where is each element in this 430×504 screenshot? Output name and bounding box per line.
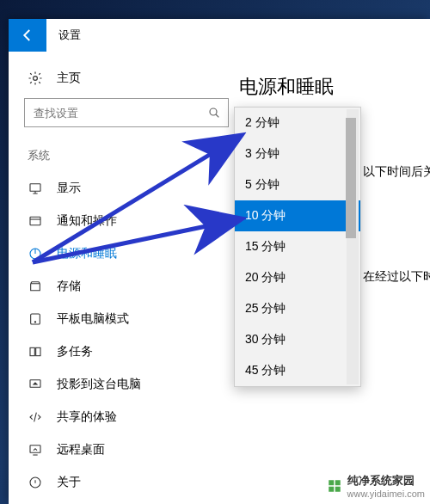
dropdown-option[interactable]: 2 分钟 — [235, 108, 360, 138]
content-area: 主页 系统 显示通知和操作电源和睡眠存储平板电脑模式多任务投影到这台电脑共享的体… — [9, 52, 430, 504]
sidebar-item-label: 通知和操作 — [57, 213, 117, 229]
watermark-brand: 纯净系统家园 — [347, 473, 425, 489]
sidebar-item-9[interactable]: 关于 — [24, 466, 234, 499]
dropdown-option[interactable]: 20 分钟 — [235, 262, 360, 293]
scrollbar-thumb[interactable] — [346, 118, 356, 238]
sidebar-item-label: 共享的体验 — [57, 409, 117, 425]
project-icon — [28, 377, 43, 392]
sidebar: 主页 系统 显示通知和操作电源和睡眠存储平板电脑模式多任务投影到这台电脑共享的体… — [9, 52, 234, 504]
dropdown-option[interactable]: 3 分钟 — [235, 138, 360, 169]
sidebar-item-2[interactable]: 电源和睡眠 — [24, 237, 234, 270]
svg-rect-3 — [30, 217, 40, 224]
svg-rect-7 — [30, 347, 34, 355]
about-icon — [28, 475, 43, 490]
sidebar-item-8[interactable]: 远程桌面 — [24, 433, 234, 466]
window-title: 设置 — [46, 28, 81, 43]
time-dropdown[interactable]: 2 分钟3 分钟5 分钟10 分钟15 分钟20 分钟25 分钟30 分钟45 … — [234, 107, 361, 387]
sidebar-item-label: 关于 — [57, 475, 81, 490]
section-label: 系统 — [28, 148, 234, 163]
sidebar-item-5[interactable]: 多任务 — [24, 335, 234, 368]
sidebar-item-7[interactable]: 共享的体验 — [24, 401, 234, 433]
page-title: 电源和睡眠 — [239, 74, 430, 100]
sidebar-item-label: 平板电脑模式 — [57, 311, 129, 327]
sidebar-item-label: 显示 — [57, 181, 81, 196]
sidebar-item-1[interactable]: 通知和操作 — [24, 205, 234, 237]
display-icon — [28, 181, 43, 196]
main-panel: 电源和睡眠 2 分钟3 分钟5 分钟10 分钟15 分钟20 分钟25 分钟30… — [234, 52, 430, 504]
sidebar-item-4[interactable]: 平板电脑模式 — [24, 303, 234, 335]
dropdown-option[interactable]: 30 分钟 — [235, 324, 360, 355]
home-label: 主页 — [57, 71, 81, 86]
home-link[interactable]: 主页 — [24, 64, 234, 98]
back-button[interactable] — [9, 19, 46, 52]
sidebar-item-0[interactable]: 显示 — [24, 172, 234, 205]
sidebar-item-label: 远程桌面 — [57, 442, 105, 458]
power-icon — [28, 246, 43, 261]
dropdown-option[interactable]: 10 分钟 — [235, 200, 360, 231]
sidebar-item-3[interactable]: 存储 — [24, 270, 234, 303]
dropdown-option[interactable]: 5 分钟 — [235, 169, 360, 200]
titlebar: 设置 — [9, 19, 430, 52]
settings-window: 设置 主页 系统 显示通知和操作电源和睡眠存储平板电脑模式多任务投影到这台电脑共… — [9, 19, 430, 504]
tablet-icon — [28, 311, 43, 327]
sleep-after-label: 在经过以下时间后 — [363, 269, 430, 285]
remote-desktop-icon — [28, 442, 43, 458]
svg-point-0 — [34, 77, 38, 81]
dropdown-scrollbar[interactable] — [347, 109, 359, 384]
watermark-url: www.yidaimei.com — [347, 489, 425, 499]
watermark: 纯净系统家园 www.yidaimei.com — [327, 473, 425, 499]
gear-icon — [28, 71, 43, 86]
dropdown-option[interactable]: 25 分钟 — [235, 293, 360, 324]
svg-rect-8 — [36, 347, 40, 355]
screen-off-label: 以下时间后关闭 — [363, 164, 430, 180]
share-icon — [28, 409, 43, 425]
storage-icon — [28, 279, 43, 294]
svg-point-1 — [210, 108, 217, 115]
notifications-icon — [28, 213, 43, 229]
multitask-icon — [28, 344, 43, 360]
sidebar-item-label: 电源和睡眠 — [57, 246, 117, 261]
sidebar-item-label: 多任务 — [57, 344, 93, 360]
dropdown-option[interactable]: 15 分钟 — [235, 231, 360, 262]
watermark-logo-icon — [327, 478, 342, 494]
dropdown-option[interactable]: 45 分钟 — [235, 355, 360, 386]
search-box[interactable] — [24, 98, 229, 127]
search-input[interactable] — [25, 107, 200, 120]
sidebar-item-label: 存储 — [57, 279, 81, 294]
svg-point-6 — [34, 322, 35, 323]
sidebar-item-6[interactable]: 投影到这台电脑 — [24, 368, 234, 401]
svg-rect-2 — [30, 184, 40, 192]
search-icon — [200, 106, 228, 120]
nav-list: 显示通知和操作电源和睡眠存储平板电脑模式多任务投影到这台电脑共享的体验远程桌面关… — [24, 172, 234, 499]
sidebar-item-label: 投影到这台电脑 — [57, 377, 141, 392]
arrow-left-icon — [20, 28, 35, 43]
